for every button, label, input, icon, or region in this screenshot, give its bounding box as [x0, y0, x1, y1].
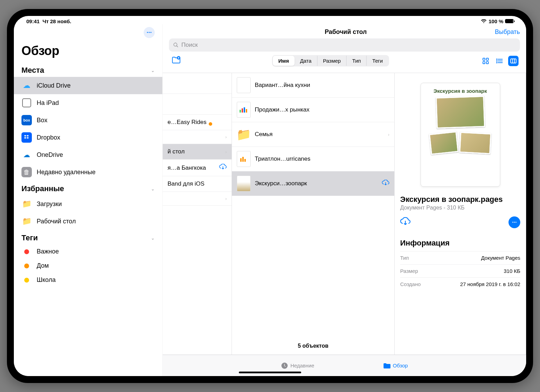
folder-icon: 📁: [237, 126, 251, 142]
list-item[interactable]: ›: [163, 192, 232, 206]
preview-subtitle: Документ Pages - 310 КБ: [400, 205, 520, 211]
chevron-right-icon: ›: [225, 134, 227, 140]
box-icon: box: [21, 115, 32, 125]
folder-icon: [384, 363, 390, 368]
svg-rect-18: [244, 107, 245, 113]
sidebar-item-onedrive[interactable]: ☁ OneDrive: [14, 146, 162, 163]
list-item[interactable]: 📁 Семья ›: [232, 122, 394, 147]
tag-home[interactable]: Дом: [14, 259, 162, 273]
sidebar-item-trash[interactable]: 🗑 Недавно удаленные: [14, 163, 162, 181]
new-folder-button[interactable]: [170, 56, 181, 66]
svg-rect-21: [242, 157, 244, 162]
svg-rect-5: [483, 62, 485, 64]
column-2: Вариант…йна кухни Продажи…х рынках 📁 Сем…: [232, 73, 395, 355]
list-item[interactable]: й стол›: [163, 144, 232, 160]
chevron-right-icon: ›: [388, 132, 389, 137]
tab-bar: Недавние Обзор: [163, 355, 526, 376]
status-time: 09:41: [26, 18, 39, 24]
view-columns-button[interactable]: [508, 56, 519, 66]
status-date: Чт 28 нояб.: [43, 18, 71, 24]
sidebar-item-box[interactable]: box Box: [14, 112, 162, 129]
list-item[interactable]: Band для iOS: [163, 176, 232, 192]
main-pane: Рабочий стол Выбрать Поиск Имя Дата Разм…: [163, 24, 526, 376]
sidebar-item-desktop[interactable]: 📁 Рабочий стол: [14, 213, 162, 230]
svg-rect-19: [246, 109, 247, 113]
sort-size[interactable]: Размер: [317, 56, 347, 66]
wifi-icon: [481, 19, 487, 23]
chevron-right-icon: ›: [225, 149, 227, 154]
sidebar-item-icloud[interactable]: ☁︎ iCloud Drive: [14, 77, 162, 94]
svg-rect-16: [240, 110, 241, 113]
tag-school[interactable]: Школа: [14, 273, 162, 287]
sidebar-item-onipad[interactable]: На iPad: [14, 94, 162, 112]
list-item[interactable]: ›: [163, 130, 232, 144]
info-row: ТипДокумент Pages: [400, 251, 520, 264]
chevron-right-icon: ›: [225, 196, 227, 201]
chart-thumb-icon: [237, 151, 251, 167]
svg-rect-20: [240, 158, 242, 162]
sidebar-item-dropbox[interactable]: Dropbox: [14, 129, 162, 146]
cloud-download-icon[interactable]: [219, 164, 227, 172]
status-bar: 09:41 Чт 28 нояб. 100 %: [14, 16, 526, 24]
svg-point-12: [496, 62, 497, 63]
list-item[interactable]: Триатлон…urricanes: [232, 147, 394, 171]
sort-segmented: Имя Дата Размер Тип Теги: [272, 55, 389, 66]
select-button[interactable]: Выбрать: [495, 28, 520, 36]
home-indicator[interactable]: [239, 372, 301, 373]
sidebar-item-downloads[interactable]: 📁 Загрузки: [14, 195, 162, 213]
chevron-down-icon: ⌄: [151, 68, 155, 73]
more-button[interactable]: ···: [144, 27, 155, 38]
onedrive-icon: ☁: [21, 150, 32, 160]
sort-date[interactable]: Дата: [295, 56, 317, 66]
info-row: Размер310 КБ: [400, 264, 520, 277]
list-item[interactable]: e…Easy Rides: [163, 115, 232, 130]
svg-rect-22: [244, 159, 246, 162]
tag-important[interactable]: Важное: [14, 244, 162, 259]
svg-point-10: [496, 59, 497, 60]
view-list-button[interactable]: [494, 56, 505, 66]
sort-type[interactable]: Тип: [346, 56, 367, 66]
svg-rect-4: [486, 58, 488, 60]
tab-browse[interactable]: Обзор: [384, 363, 408, 368]
list-item[interactable]: Вариант…йна кухни: [232, 73, 394, 98]
tag-dot-icon: [24, 264, 29, 268]
list-item[interactable]: Продажи…х рынках: [232, 98, 394, 122]
list-item[interactable]: я…а Бангкока: [163, 160, 232, 176]
sidebar: ··· Обзор Места ⌄ ☁︎ iCloud Drive На iPa…: [14, 24, 163, 376]
chart-thumb-icon: [237, 102, 251, 118]
cloud-download-icon[interactable]: [382, 180, 389, 188]
clock-icon: [281, 362, 288, 369]
tag-dot-icon: [24, 278, 29, 283]
search-input[interactable]: Поиск: [169, 38, 520, 52]
more-actions-button[interactable]: ···: [508, 216, 520, 228]
svg-rect-3: [483, 58, 485, 60]
sort-name[interactable]: Имя: [273, 56, 295, 66]
doc-thumb-icon: [237, 77, 251, 93]
svg-point-11: [496, 61, 497, 61]
search-icon: [173, 42, 179, 48]
info-row: Создано27 ноября 2019 г. в 16:02: [400, 277, 520, 291]
info-header: Информация: [400, 239, 520, 248]
svg-line-1: [177, 46, 178, 47]
location-title: Рабочий стол: [197, 28, 495, 36]
battery-pct: 100 %: [488, 18, 503, 24]
battery-icon: [505, 19, 514, 23]
view-grid-button[interactable]: [480, 56, 491, 66]
svg-rect-17: [242, 108, 243, 113]
column-1: e…Easy Rides › й стол› я…а Бангкока Band…: [163, 73, 232, 355]
preview-filename: Экскурсия в зоопарк.pages: [400, 195, 520, 204]
list-item[interactable]: Экскурси…зоопарк: [232, 171, 394, 196]
sidebar-title: Обзор: [14, 41, 162, 62]
section-places[interactable]: Места ⌄: [14, 62, 162, 77]
section-tags[interactable]: Теги ⌄: [14, 230, 162, 244]
trash-icon: 🗑: [21, 167, 32, 177]
preview-pane: Экскурсия в зоопарк Экскурсия в зоопарк.…: [395, 73, 526, 355]
ipad-icon: [21, 98, 32, 108]
tab-recents[interactable]: Недавние: [281, 362, 314, 369]
item-count: 5 объектов: [232, 337, 394, 355]
section-favorites[interactable]: Избранные ⌄: [14, 181, 162, 195]
folder-icon: 📁: [21, 199, 32, 209]
sort-tags[interactable]: Теги: [367, 56, 388, 66]
download-button[interactable]: [400, 217, 411, 228]
preview-thumbnail: Экскурсия в зоопарк: [421, 83, 500, 187]
